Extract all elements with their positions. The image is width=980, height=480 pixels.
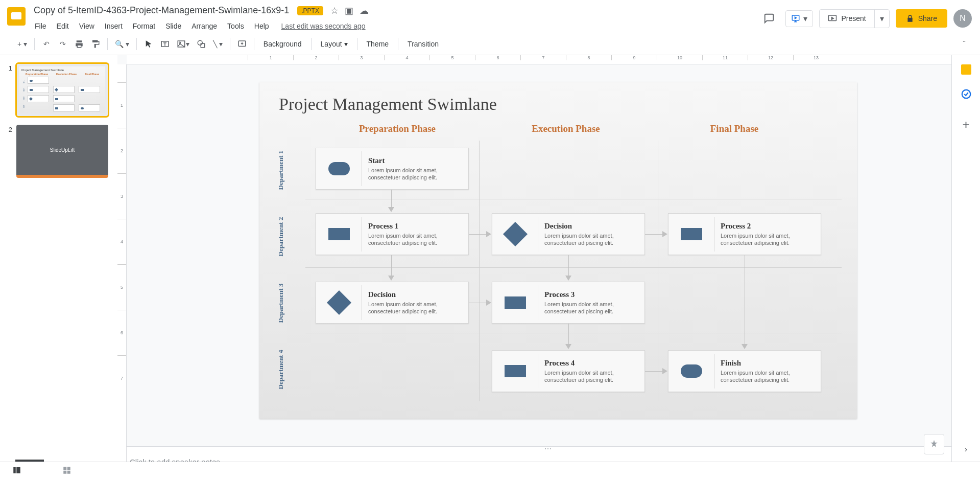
comment-add-icon[interactable] <box>234 36 250 52</box>
new-slide-button[interactable]: + ▾ <box>14 36 30 52</box>
print-icon[interactable] <box>71 36 87 52</box>
dept-label-4[interactable]: Department 4 <box>277 350 285 390</box>
menu-view[interactable]: View <box>75 20 99 32</box>
menu-edit[interactable]: Edit <box>53 20 73 32</box>
add-addon-icon[interactable]: + <box>960 119 972 131</box>
svg-rect-6 <box>201 43 205 48</box>
card-process3[interactable]: Process 3Lorem ipsum dolor sit amet, con… <box>492 282 645 324</box>
tasks-icon[interactable] <box>960 88 972 100</box>
keep-icon[interactable] <box>960 63 972 76</box>
present-button[interactable]: Present <box>820 10 874 28</box>
phases-header: Preparation Phase Execution Phase Final … <box>259 123 857 134</box>
canvas-area: 12345678910111213 1234567 Project Manage… <box>117 55 980 480</box>
app-logo[interactable] <box>6 6 27 27</box>
menu-file[interactable]: File <box>31 20 51 32</box>
svg-rect-13 <box>63 470 66 473</box>
paint-format-icon[interactable] <box>88 36 103 52</box>
card-decision2[interactable]: DecisionLorem ipsum dolor sit amet, cons… <box>316 282 469 324</box>
bottom-bar <box>0 462 980 480</box>
phase-label-1[interactable]: Preparation Phase <box>316 123 479 134</box>
menu-slide[interactable]: Slide <box>161 20 185 32</box>
present-dropdown[interactable]: ▾ <box>874 10 889 28</box>
collapse-toolbar-icon[interactable]: ˆ <box>957 36 972 52</box>
present-button-group: Present ▾ <box>819 9 889 28</box>
slide-title[interactable]: Project Management Swimlane <box>259 82 857 114</box>
diamond-shape-icon <box>503 222 527 246</box>
lane-divider <box>305 333 842 333</box>
zoom-icon[interactable]: 🔍 ▾ <box>112 36 132 52</box>
line-icon[interactable]: ╲ ▾ <box>210 36 226 52</box>
card-process4[interactable]: Process 4Lorem ipsum dolor sit amet, con… <box>492 350 645 392</box>
explore-button[interactable] <box>924 434 944 454</box>
slide-canvas[interactable]: Project Management Swimlane Preparation … <box>259 82 857 419</box>
filmstrip-view-icon[interactable] <box>12 466 21 477</box>
shape-icon[interactable] <box>194 36 209 52</box>
image-icon[interactable]: ▾ <box>174 36 193 52</box>
comments-icon[interactable] <box>759 8 779 29</box>
grid-view-icon[interactable] <box>62 466 71 477</box>
slide-thumbnail-2[interactable]: SlideUpLift <box>16 125 108 178</box>
card-start[interactable]: StartLorem ipsum dolor sit amet, consect… <box>316 148 469 190</box>
file-type-badge: .PPTX <box>297 6 323 15</box>
card-process2[interactable]: Process 2Lorem ipsum dolor sit amet, con… <box>668 213 821 255</box>
undo-icon[interactable]: ↶ <box>39 36 54 52</box>
header-bar: Copy of 5-ItemID-4363-Project-Management… <box>0 0 980 33</box>
header-right: ▾ Present ▾ Share N <box>759 8 972 29</box>
dept-label-3[interactable]: Department 3 <box>277 284 285 323</box>
dept-label-1[interactable]: Department 1 <box>277 151 285 190</box>
swimlane-body: Department 1 Department 2 Department 3 D… <box>259 141 857 412</box>
card-process1[interactable]: Process 1Lorem ipsum dolor sit amet, con… <box>316 213 469 255</box>
phase-label-2[interactable]: Execution Phase <box>479 123 653 134</box>
textbox-icon[interactable] <box>157 36 173 52</box>
menu-help[interactable]: Help <box>250 20 273 32</box>
title-area: Copy of 5-ItemID-4363-Project-Management… <box>31 4 759 32</box>
rect-shape-icon <box>505 296 526 309</box>
menu-tools[interactable]: Tools <box>223 20 248 32</box>
menu-arrange[interactable]: Arrange <box>187 20 221 32</box>
phase-label-3[interactable]: Final Phase <box>653 123 816 134</box>
cloud-icon[interactable]: ☁ <box>360 5 369 16</box>
dept-label-2[interactable]: Department 2 <box>277 217 285 257</box>
lane-divider <box>305 267 842 268</box>
horizontal-ruler[interactable]: 12345678910111213 <box>127 55 980 64</box>
diamond-shape-icon <box>326 290 351 315</box>
main-area: 1 Project Management Swimlane Preparatio… <box>0 55 980 480</box>
slide-thumbnail-1[interactable]: Project Management Swimlane Preparation … <box>16 63 108 117</box>
theme-button[interactable]: Theme <box>362 37 394 51</box>
move-icon[interactable]: ▣ <box>345 5 353 16</box>
hide-sidepanel-icon[interactable]: › <box>960 443 972 455</box>
vertical-ruler[interactable]: 1234567 <box>117 64 127 480</box>
svg-point-5 <box>198 40 202 45</box>
rect-shape-icon <box>328 228 350 240</box>
card-finish[interactable]: FinishLorem ipsum dolor sit amet, consec… <box>668 350 821 392</box>
svg-rect-9 <box>13 467 16 473</box>
svg-point-4 <box>179 42 180 43</box>
toolbar: + ▾ ↶ ↷ 🔍 ▾ ▾ ╲ ▾ Background Layout ▾ Th… <box>0 33 980 55</box>
slide-number: 1 <box>4 63 12 117</box>
transition-button[interactable]: Transition <box>402 37 444 51</box>
notes-resize-handle[interactable]: ⋯ <box>117 446 980 450</box>
star-icon[interactable]: ☆ <box>330 5 339 16</box>
share-button[interactable]: Share <box>896 9 947 28</box>
layout-button[interactable]: Layout ▾ <box>316 37 353 51</box>
svg-rect-10 <box>16 467 20 473</box>
last-edit-link[interactable]: Last edit was seconds ago <box>281 20 366 32</box>
menu-format[interactable]: Format <box>129 20 159 32</box>
oval-shape-icon <box>328 162 350 175</box>
svg-rect-11 <box>63 467 66 470</box>
lane-divider <box>305 199 842 199</box>
svg-rect-14 <box>67 470 70 473</box>
slideshow-button[interactable]: ▾ <box>785 10 813 27</box>
doc-title[interactable]: Copy of 5-ItemID-4363-Project-Management… <box>31 4 292 17</box>
canvas-scroll[interactable]: Project Management Swimlane Preparation … <box>127 64 980 446</box>
phase-divider <box>479 141 480 401</box>
oval-shape-icon <box>681 364 702 378</box>
select-tool-icon[interactable] <box>141 36 156 52</box>
side-panel: + › <box>951 55 980 462</box>
redo-icon[interactable]: ↷ <box>55 36 70 52</box>
background-button[interactable]: Background <box>258 37 307 51</box>
slide-filmstrip[interactable]: 1 Project Management Swimlane Preparatio… <box>0 55 117 480</box>
card-decision1[interactable]: DecisionLorem ipsum dolor sit amet, cons… <box>492 213 645 255</box>
menu-insert[interactable]: Insert <box>101 20 127 32</box>
user-avatar[interactable]: N <box>953 9 972 28</box>
